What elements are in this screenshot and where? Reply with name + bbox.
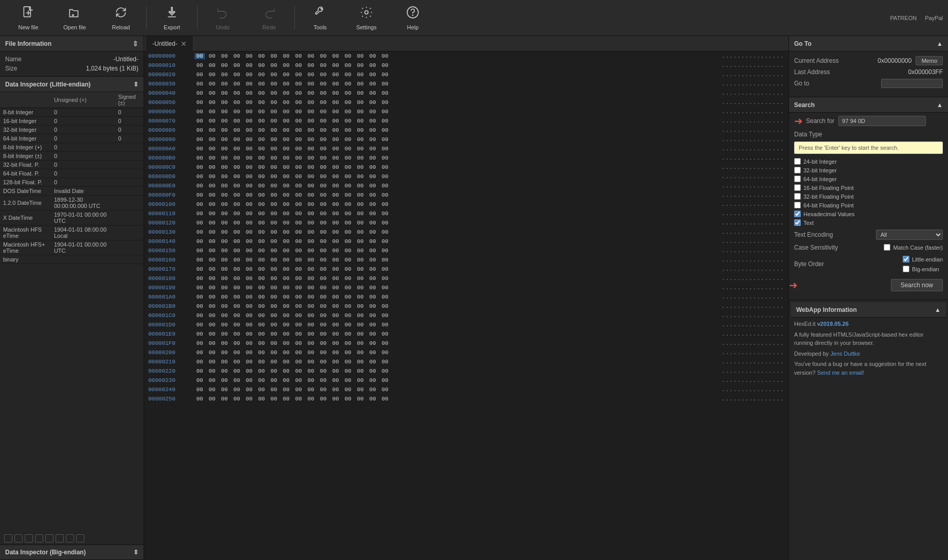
hex-byte[interactable]: 00 [343,257,353,263]
hex-byte[interactable]: 00 [380,238,390,244]
hex-byte[interactable]: 00 [318,211,328,217]
hex-byte[interactable]: 00 [306,266,316,272]
hex-byte[interactable]: 00 [207,340,217,346]
hex-byte[interactable]: 00 [244,294,254,300]
help-button[interactable]: Help [390,1,436,34]
hex-byte[interactable]: 00 [281,368,291,374]
hex-byte[interactable]: 00 [244,285,254,291]
hex-byte[interactable]: 00 [232,90,242,96]
hex-byte[interactable]: 00 [343,53,353,59]
hex-byte[interactable]: 00 [306,312,316,319]
hex-byte[interactable]: 00 [306,331,316,337]
hex-byte[interactable]: 00 [232,53,242,59]
hex-byte[interactable]: 00 [367,248,378,254]
hex-byte[interactable]: 00 [355,183,365,189]
hex-byte[interactable]: 00 [207,173,217,180]
hex-byte[interactable]: 00 [281,248,291,254]
hex-byte[interactable]: 00 [232,266,242,272]
hex-byte[interactable]: 00 [306,211,316,217]
hex-byte[interactable]: 00 [306,229,316,235]
hex-byte[interactable]: 00 [318,303,328,309]
hex-byte[interactable]: 00 [367,127,378,133]
hex-byte[interactable]: 00 [293,127,304,133]
hex-byte[interactable]: 00 [244,368,254,374]
hex-byte[interactable]: 00 [256,62,267,68]
hex-byte[interactable]: 00 [380,164,390,170]
hex-byte[interactable]: 00 [330,81,341,87]
hex-byte[interactable]: 00 [330,164,341,170]
hex-byte[interactable]: 00 [195,81,205,87]
hex-byte[interactable]: 00 [367,99,378,106]
hex-byte[interactable]: 00 [330,192,341,198]
hex-byte[interactable]: 00 [219,118,230,124]
hex-byte[interactable]: 00 [293,173,304,180]
hex-byte[interactable]: 00 [195,275,205,282]
hex-byte[interactable]: 00 [219,62,230,68]
hex-byte[interactable]: 00 [207,136,217,143]
hex-byte[interactable]: 00 [207,53,217,59]
hex-byte[interactable]: 00 [269,136,279,143]
hex-byte[interactable]: 00 [207,183,217,189]
hex-byte[interactable]: 00 [306,257,316,263]
hex-byte[interactable]: 00 [380,192,390,198]
hex-byte[interactable]: 00 [306,248,316,254]
webapp-header[interactable]: WebApp Information ▲ [791,302,946,318]
hex-byte[interactable]: 00 [195,294,205,300]
hex-byte[interactable]: 00 [232,275,242,282]
hex-byte[interactable]: 00 [219,387,230,393]
hex-byte[interactable]: 00 [367,220,378,226]
hex-byte[interactable]: 00 [330,266,341,272]
hex-byte[interactable]: 00 [281,396,291,402]
hex-byte[interactable]: 00 [355,90,365,96]
hex-byte[interactable]: 00 [306,349,316,356]
hex-byte[interactable]: 00 [244,72,254,78]
hex-byte[interactable]: 00 [244,377,254,383]
hex-byte[interactable]: 00 [343,173,353,180]
reload-button[interactable]: Reload [98,1,144,34]
hex-byte[interactable]: 00 [207,211,217,217]
hex-byte[interactable]: 00 [232,99,242,106]
hex-byte[interactable]: 00 [330,396,341,402]
hex-byte[interactable]: 00 [355,349,365,356]
hex-byte[interactable]: 00 [207,387,217,393]
hex-byte[interactable]: 00 [306,294,316,300]
hex-byte[interactable]: 00 [244,127,254,133]
hex-byte[interactable]: 00 [306,192,316,198]
hex-byte[interactable]: 00 [195,368,205,374]
hex-byte[interactable]: 00 [195,266,205,272]
hex-byte[interactable]: 00 [330,211,341,217]
hex-byte[interactable]: 00 [293,155,304,161]
hex-byte[interactable]: 00 [244,62,254,68]
hex-byte[interactable]: 00 [380,331,390,337]
hex-byte[interactable]: 00 [367,109,378,115]
hex-byte[interactable]: 00 [380,211,390,217]
hex-byte[interactable]: 00 [281,81,291,87]
hex-byte[interactable]: 00 [195,72,205,78]
hex-byte[interactable]: 00 [318,127,328,133]
hex-byte[interactable]: 00 [244,312,254,319]
hex-byte[interactable]: 00 [343,387,353,393]
hex-byte[interactable]: 00 [195,127,205,133]
hex-byte[interactable]: 00 [330,257,341,263]
hex-byte[interactable]: 00 [256,192,267,198]
hex-byte[interactable]: 00 [343,331,353,337]
hex-byte[interactable]: 00 [195,349,205,356]
undo-button[interactable]: Undo [200,1,246,34]
hex-byte[interactable]: 00 [355,266,365,272]
hex-byte[interactable]: 00 [355,312,365,319]
hex-byte[interactable]: 00 [244,192,254,198]
hex-byte[interactable]: 00 [269,192,279,198]
hex-byte[interactable]: 00 [195,146,205,152]
hex-byte[interactable]: 00 [207,275,217,282]
hex-byte[interactable]: 00 [367,266,378,272]
hex-byte[interactable]: 00 [244,211,254,217]
hex-byte[interactable]: 00 [219,266,230,272]
hex-byte[interactable]: 00 [367,118,378,124]
hex-byte[interactable]: 00 [343,99,353,106]
hex-byte[interactable]: 00 [256,387,267,393]
hex-byte[interactable]: 00 [318,109,328,115]
hex-byte[interactable]: 00 [195,173,205,180]
hex-byte[interactable]: 00 [380,146,390,152]
hex-byte[interactable]: 00 [207,248,217,254]
hex-byte[interactable]: 00 [269,312,279,319]
